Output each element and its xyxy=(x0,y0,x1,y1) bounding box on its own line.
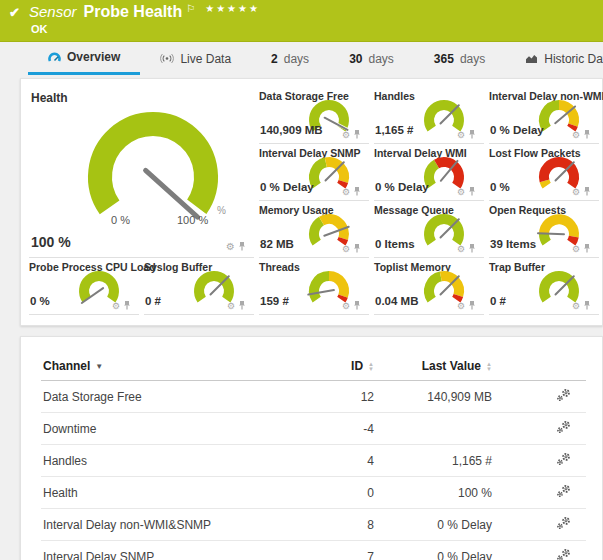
pin-icon[interactable] xyxy=(353,243,361,255)
gear-icon[interactable]: ⚙ xyxy=(226,242,235,252)
health-gauge-cell[interactable]: Health % 0 % 100 % 100 % ⚙ xyxy=(29,87,254,258)
gauge-cell-data-storage-free[interactable]: Data Storage Free140,909 MB⚙ xyxy=(259,87,369,144)
sensor-status-header: ✔ SensorProbe Health⚐★★★★★ OK xyxy=(0,0,603,42)
gauge-cell-message-queue[interactable]: Message Queue0 Items⚙ xyxy=(374,201,484,258)
tab-2-days[interactable]: 2days xyxy=(251,42,329,75)
gauge-cell-lost-flow-packets[interactable]: Lost Flow Packets0 %⚙ xyxy=(489,144,599,201)
health-gauge-value: 100 % xyxy=(31,234,71,250)
column-header-channel[interactable]: Channel▼ xyxy=(41,353,316,381)
gauge-cell-threads[interactable]: Threads159 #⚙ xyxy=(259,258,369,315)
column-header-id[interactable]: ID▲▼ xyxy=(316,353,376,381)
health-gauge-tools: ⚙ xyxy=(226,241,246,253)
gauge-cell-interval-delay-snmp[interactable]: Interval Delay SNMP0 % Delay⚙ xyxy=(259,144,369,201)
flag-icon[interactable]: ⚐ xyxy=(186,3,195,14)
gear-icon[interactable]: ⚙ xyxy=(342,302,350,311)
channels-table-header: Channel▼ID▲▼Last Value▲▼ xyxy=(41,353,586,381)
channel-name[interactable]: Data Storage Free xyxy=(41,381,316,413)
channel-name[interactable]: Handles xyxy=(41,445,316,477)
channels-table: Channel▼ID▲▼Last Value▲▼ Data Storage Fr… xyxy=(41,353,586,560)
table-row-interval-delay-snmp[interactable]: Interval Delay SNMP70 % Delay xyxy=(41,541,586,560)
tab-live-data[interactable]: Live Data xyxy=(140,42,251,75)
gauge-tools: ⚙ xyxy=(457,186,476,198)
channel-settings-icon[interactable] xyxy=(556,452,572,466)
gauge-cell-probe-process-cpu-load[interactable]: Probe Process CPU Load0 %⚙ xyxy=(29,258,139,315)
tab-label: Live Data xyxy=(180,52,231,66)
gauge-cell-memory-usage[interactable]: Memory Usage82 MB⚙ xyxy=(259,201,369,258)
svg-text:%: % xyxy=(217,205,226,216)
pin-icon[interactable] xyxy=(583,186,591,198)
gauge-cell-interval-delay-non-wmi-snmp[interactable]: Interval Delay non-WMI&SNMP0 % Delay⚙ xyxy=(489,87,599,144)
gear-icon[interactable]: ⚙ xyxy=(112,302,120,311)
table-row-health[interactable]: Health0100 % xyxy=(41,477,586,509)
channel-settings-icon[interactable] xyxy=(556,388,572,402)
channel-settings-icon[interactable] xyxy=(556,516,572,530)
pin-icon[interactable] xyxy=(353,300,361,312)
pin-icon[interactable] xyxy=(468,186,476,198)
gear-icon[interactable]: ⚙ xyxy=(572,245,580,254)
gauge-cell-trap-buffer[interactable]: Trap Buffer0 #⚙ xyxy=(489,258,599,315)
gauge-cell-handles[interactable]: Handles1,165 #⚙ xyxy=(374,87,484,144)
pin-icon[interactable] xyxy=(583,129,591,141)
tab-30-days[interactable]: 30days xyxy=(329,42,414,75)
pin-icon[interactable] xyxy=(238,241,246,253)
channel-id: 12 xyxy=(316,381,376,413)
pin-icon[interactable] xyxy=(468,300,476,312)
gear-icon[interactable]: ⚙ xyxy=(342,188,350,197)
channel-name[interactable]: Health xyxy=(41,477,316,509)
gear-icon[interactable]: ⚙ xyxy=(227,302,235,311)
channel-name[interactable]: Interval Delay non-WMI&SNMP xyxy=(41,509,316,541)
gear-icon[interactable]: ⚙ xyxy=(457,245,465,254)
pin-icon[interactable] xyxy=(468,243,476,255)
gauge-tools: ⚙ xyxy=(227,300,246,312)
gauge-value: 0 % Delay xyxy=(260,181,314,193)
pin-icon[interactable] xyxy=(238,300,246,312)
gauge-cell-toplist-memory[interactable]: Toplist Memory0.04 MB⚙ xyxy=(374,258,484,315)
channel-settings-icon[interactable] xyxy=(556,484,572,498)
gauge-tools: ⚙ xyxy=(342,300,361,312)
gauge-cell-syslog-buffer[interactable]: Syslog Buffer0 #⚙ xyxy=(144,258,254,315)
gear-icon[interactable]: ⚙ xyxy=(572,302,580,311)
table-row-interval-delay-non-wmi-snmp[interactable]: Interval Delay non-WMI&SNMP80 % Delay xyxy=(41,509,586,541)
tab-365-days[interactable]: 365days xyxy=(414,42,505,75)
tab-range-number: 2 xyxy=(271,52,278,66)
sort-icon: ▲▼ xyxy=(486,362,492,372)
column-header-last-value[interactable]: Last Value▲▼ xyxy=(376,353,494,381)
gear-icon[interactable]: ⚙ xyxy=(457,131,465,140)
tab-label: Overview xyxy=(67,50,120,64)
gear-icon[interactable]: ⚙ xyxy=(457,188,465,197)
signal-icon xyxy=(160,53,174,64)
gauge-cell-open-requests[interactable]: Open Requests39 Items⚙ xyxy=(489,201,599,258)
sort-icon: ▲▼ xyxy=(368,362,374,372)
table-row-handles[interactable]: Handles41,165 # xyxy=(41,445,586,477)
gear-icon[interactable]: ⚙ xyxy=(342,131,350,140)
pin-icon[interactable] xyxy=(353,129,361,141)
gear-icon[interactable]: ⚙ xyxy=(572,188,580,197)
tab-overview[interactable]: Overview xyxy=(28,42,140,75)
gear-icon[interactable]: ⚙ xyxy=(457,302,465,311)
channel-id: 0 xyxy=(316,477,376,509)
pin-icon[interactable] xyxy=(583,243,591,255)
table-row-data-storage-free[interactable]: Data Storage Free12140,909 MB xyxy=(41,381,586,413)
tab-label: Historic Data xyxy=(544,52,603,66)
table-row-downtime[interactable]: Downtime-4 xyxy=(41,413,586,445)
pin-icon[interactable] xyxy=(468,129,476,141)
health-scale-max: 100 % xyxy=(177,214,208,226)
object-category: Sensor xyxy=(29,3,77,20)
gear-icon[interactable]: ⚙ xyxy=(342,245,350,254)
channel-name[interactable]: Interval Delay SNMP xyxy=(41,541,316,560)
gauge-tools: ⚙ xyxy=(572,243,591,255)
pin-icon[interactable] xyxy=(123,300,131,312)
gauge-cell-interval-delay-wmi[interactable]: Interval Delay WMI0 % Delay⚙ xyxy=(374,144,484,201)
chart-icon xyxy=(525,53,538,64)
pin-icon[interactable] xyxy=(353,186,361,198)
channel-name[interactable]: Downtime xyxy=(41,413,316,445)
tab-historic-data[interactable]: Historic Data xyxy=(505,42,603,75)
pin-icon[interactable] xyxy=(583,300,591,312)
gauge-value: 39 Items xyxy=(490,238,536,250)
channel-settings-icon[interactable] xyxy=(556,548,572,560)
priority-stars[interactable]: ★★★★★ xyxy=(205,3,260,14)
channel-settings-icon[interactable] xyxy=(556,420,572,434)
gear-icon[interactable]: ⚙ xyxy=(572,131,580,140)
channel-last-value: 0 % Delay xyxy=(376,541,494,560)
sort-desc-icon: ▼ xyxy=(95,362,103,371)
